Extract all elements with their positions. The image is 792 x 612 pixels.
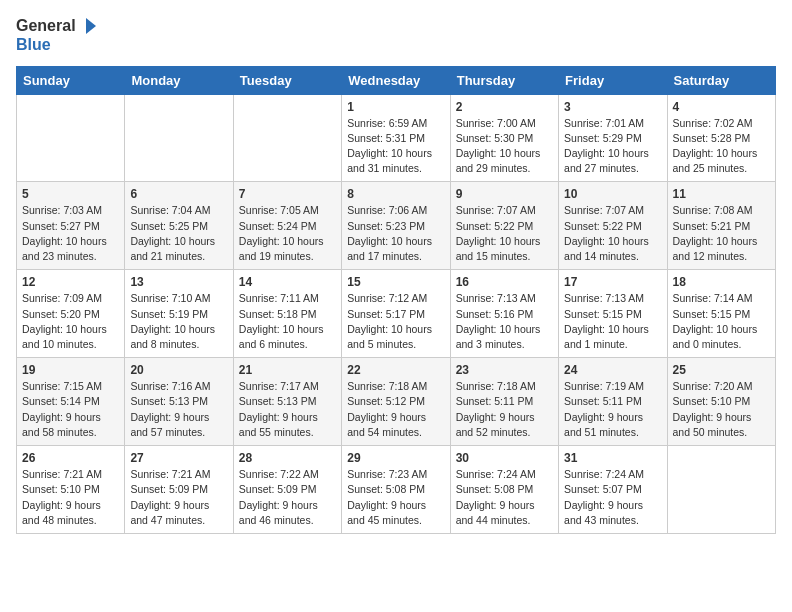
day-info: Sunrise: 7:24 AM Sunset: 5:08 PM Dayligh… bbox=[456, 467, 553, 528]
page-header: General Blue bbox=[16, 16, 776, 54]
logo-blue: Blue bbox=[16, 36, 51, 54]
calendar-cell: 18Sunrise: 7:14 AM Sunset: 5:15 PM Dayli… bbox=[667, 270, 775, 358]
calendar-body: 1Sunrise: 6:59 AM Sunset: 5:31 PM Daylig… bbox=[17, 94, 776, 533]
logo-triangle-icon bbox=[78, 16, 98, 36]
day-number: 20 bbox=[130, 363, 227, 377]
calendar-cell: 20Sunrise: 7:16 AM Sunset: 5:13 PM Dayli… bbox=[125, 358, 233, 446]
calendar-cell: 19Sunrise: 7:15 AM Sunset: 5:14 PM Dayli… bbox=[17, 358, 125, 446]
day-number: 21 bbox=[239, 363, 336, 377]
calendar-cell: 11Sunrise: 7:08 AM Sunset: 5:21 PM Dayli… bbox=[667, 182, 775, 270]
calendar-day-header: Monday bbox=[125, 66, 233, 94]
day-number: 6 bbox=[130, 187, 227, 201]
day-number: 25 bbox=[673, 363, 770, 377]
day-info: Sunrise: 7:17 AM Sunset: 5:13 PM Dayligh… bbox=[239, 379, 336, 440]
calendar-day-header: Sunday bbox=[17, 66, 125, 94]
calendar-cell: 4Sunrise: 7:02 AM Sunset: 5:28 PM Daylig… bbox=[667, 94, 775, 182]
calendar-day-header: Saturday bbox=[667, 66, 775, 94]
day-number: 29 bbox=[347, 451, 444, 465]
calendar-week-row: 19Sunrise: 7:15 AM Sunset: 5:14 PM Dayli… bbox=[17, 358, 776, 446]
calendar-cell: 16Sunrise: 7:13 AM Sunset: 5:16 PM Dayli… bbox=[450, 270, 558, 358]
calendar-cell bbox=[125, 94, 233, 182]
day-number: 15 bbox=[347, 275, 444, 289]
day-number: 2 bbox=[456, 100, 553, 114]
day-info: Sunrise: 7:18 AM Sunset: 5:11 PM Dayligh… bbox=[456, 379, 553, 440]
day-number: 9 bbox=[456, 187, 553, 201]
day-number: 13 bbox=[130, 275, 227, 289]
day-number: 19 bbox=[22, 363, 119, 377]
day-info: Sunrise: 7:18 AM Sunset: 5:12 PM Dayligh… bbox=[347, 379, 444, 440]
calendar-cell: 26Sunrise: 7:21 AM Sunset: 5:10 PM Dayli… bbox=[17, 446, 125, 534]
day-number: 12 bbox=[22, 275, 119, 289]
calendar-cell: 1Sunrise: 6:59 AM Sunset: 5:31 PM Daylig… bbox=[342, 94, 450, 182]
day-info: Sunrise: 7:19 AM Sunset: 5:11 PM Dayligh… bbox=[564, 379, 661, 440]
day-info: Sunrise: 7:16 AM Sunset: 5:13 PM Dayligh… bbox=[130, 379, 227, 440]
day-number: 23 bbox=[456, 363, 553, 377]
logo-general: General bbox=[16, 17, 76, 35]
calendar-day-header: Wednesday bbox=[342, 66, 450, 94]
day-number: 11 bbox=[673, 187, 770, 201]
day-number: 31 bbox=[564, 451, 661, 465]
day-number: 27 bbox=[130, 451, 227, 465]
calendar-cell: 27Sunrise: 7:21 AM Sunset: 5:09 PM Dayli… bbox=[125, 446, 233, 534]
calendar-cell: 10Sunrise: 7:07 AM Sunset: 5:22 PM Dayli… bbox=[559, 182, 667, 270]
calendar-cell: 7Sunrise: 7:05 AM Sunset: 5:24 PM Daylig… bbox=[233, 182, 341, 270]
calendar-table: SundayMondayTuesdayWednesdayThursdayFrid… bbox=[16, 66, 776, 534]
day-number: 4 bbox=[673, 100, 770, 114]
calendar-cell: 31Sunrise: 7:24 AM Sunset: 5:07 PM Dayli… bbox=[559, 446, 667, 534]
day-info: Sunrise: 7:13 AM Sunset: 5:16 PM Dayligh… bbox=[456, 291, 553, 352]
day-number: 10 bbox=[564, 187, 661, 201]
calendar-cell: 22Sunrise: 7:18 AM Sunset: 5:12 PM Dayli… bbox=[342, 358, 450, 446]
day-number: 8 bbox=[347, 187, 444, 201]
day-number: 3 bbox=[564, 100, 661, 114]
calendar-cell bbox=[233, 94, 341, 182]
day-info: Sunrise: 6:59 AM Sunset: 5:31 PM Dayligh… bbox=[347, 116, 444, 177]
day-info: Sunrise: 7:21 AM Sunset: 5:10 PM Dayligh… bbox=[22, 467, 119, 528]
day-number: 22 bbox=[347, 363, 444, 377]
calendar-week-row: 1Sunrise: 6:59 AM Sunset: 5:31 PM Daylig… bbox=[17, 94, 776, 182]
day-number: 18 bbox=[673, 275, 770, 289]
calendar-cell: 13Sunrise: 7:10 AM Sunset: 5:19 PM Dayli… bbox=[125, 270, 233, 358]
day-info: Sunrise: 7:13 AM Sunset: 5:15 PM Dayligh… bbox=[564, 291, 661, 352]
day-info: Sunrise: 7:23 AM Sunset: 5:08 PM Dayligh… bbox=[347, 467, 444, 528]
day-info: Sunrise: 7:11 AM Sunset: 5:18 PM Dayligh… bbox=[239, 291, 336, 352]
calendar-day-header: Friday bbox=[559, 66, 667, 94]
day-info: Sunrise: 7:02 AM Sunset: 5:28 PM Dayligh… bbox=[673, 116, 770, 177]
day-number: 1 bbox=[347, 100, 444, 114]
day-info: Sunrise: 7:14 AM Sunset: 5:15 PM Dayligh… bbox=[673, 291, 770, 352]
calendar-header-row: SundayMondayTuesdayWednesdayThursdayFrid… bbox=[17, 66, 776, 94]
calendar-cell: 30Sunrise: 7:24 AM Sunset: 5:08 PM Dayli… bbox=[450, 446, 558, 534]
day-info: Sunrise: 7:01 AM Sunset: 5:29 PM Dayligh… bbox=[564, 116, 661, 177]
calendar-cell bbox=[667, 446, 775, 534]
calendar-cell: 23Sunrise: 7:18 AM Sunset: 5:11 PM Dayli… bbox=[450, 358, 558, 446]
day-info: Sunrise: 7:21 AM Sunset: 5:09 PM Dayligh… bbox=[130, 467, 227, 528]
day-info: Sunrise: 7:20 AM Sunset: 5:10 PM Dayligh… bbox=[673, 379, 770, 440]
calendar-cell: 9Sunrise: 7:07 AM Sunset: 5:22 PM Daylig… bbox=[450, 182, 558, 270]
calendar-cell: 14Sunrise: 7:11 AM Sunset: 5:18 PM Dayli… bbox=[233, 270, 341, 358]
day-info: Sunrise: 7:03 AM Sunset: 5:27 PM Dayligh… bbox=[22, 203, 119, 264]
day-info: Sunrise: 7:22 AM Sunset: 5:09 PM Dayligh… bbox=[239, 467, 336, 528]
day-info: Sunrise: 7:07 AM Sunset: 5:22 PM Dayligh… bbox=[564, 203, 661, 264]
calendar-cell: 21Sunrise: 7:17 AM Sunset: 5:13 PM Dayli… bbox=[233, 358, 341, 446]
day-info: Sunrise: 7:08 AM Sunset: 5:21 PM Dayligh… bbox=[673, 203, 770, 264]
day-info: Sunrise: 7:10 AM Sunset: 5:19 PM Dayligh… bbox=[130, 291, 227, 352]
day-number: 7 bbox=[239, 187, 336, 201]
calendar-week-row: 5Sunrise: 7:03 AM Sunset: 5:27 PM Daylig… bbox=[17, 182, 776, 270]
day-info: Sunrise: 7:05 AM Sunset: 5:24 PM Dayligh… bbox=[239, 203, 336, 264]
svg-marker-0 bbox=[86, 18, 96, 34]
calendar-cell: 15Sunrise: 7:12 AM Sunset: 5:17 PM Dayli… bbox=[342, 270, 450, 358]
day-number: 26 bbox=[22, 451, 119, 465]
calendar-cell: 3Sunrise: 7:01 AM Sunset: 5:29 PM Daylig… bbox=[559, 94, 667, 182]
calendar-cell: 8Sunrise: 7:06 AM Sunset: 5:23 PM Daylig… bbox=[342, 182, 450, 270]
logo: General Blue bbox=[16, 16, 98, 54]
day-number: 17 bbox=[564, 275, 661, 289]
day-number: 28 bbox=[239, 451, 336, 465]
calendar-cell: 28Sunrise: 7:22 AM Sunset: 5:09 PM Dayli… bbox=[233, 446, 341, 534]
calendar-day-header: Thursday bbox=[450, 66, 558, 94]
calendar-day-header: Tuesday bbox=[233, 66, 341, 94]
day-info: Sunrise: 7:06 AM Sunset: 5:23 PM Dayligh… bbox=[347, 203, 444, 264]
day-info: Sunrise: 7:15 AM Sunset: 5:14 PM Dayligh… bbox=[22, 379, 119, 440]
calendar-cell: 12Sunrise: 7:09 AM Sunset: 5:20 PM Dayli… bbox=[17, 270, 125, 358]
day-info: Sunrise: 7:04 AM Sunset: 5:25 PM Dayligh… bbox=[130, 203, 227, 264]
day-number: 14 bbox=[239, 275, 336, 289]
day-info: Sunrise: 7:24 AM Sunset: 5:07 PM Dayligh… bbox=[564, 467, 661, 528]
